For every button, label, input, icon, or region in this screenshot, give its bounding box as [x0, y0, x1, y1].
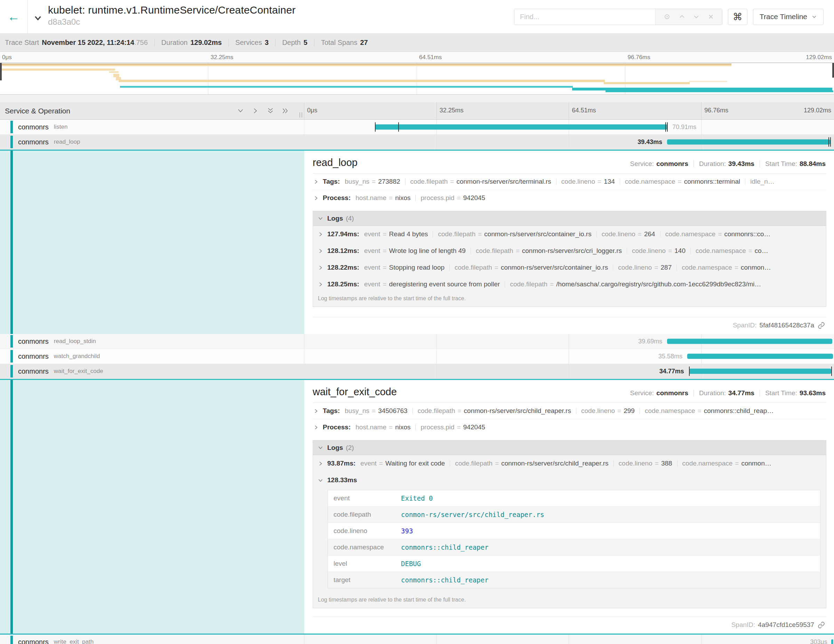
span-detail-row-wait-for-exit-code: wait_for_exit_code Service:conmonrs Dura… — [0, 379, 834, 634]
span-bar[interactable] — [667, 139, 830, 145]
keyboard-shortcuts-button[interactable]: ⌘ — [728, 9, 747, 25]
back-button[interactable]: ← — [0, 0, 28, 33]
log-entry[interactable]: 128.12ms: eventWrote log line of length … — [313, 243, 826, 259]
span-name-cell[interactable]: conmonrs listen — [0, 120, 304, 134]
prev-match-icon[interactable] — [679, 13, 685, 20]
log-entry[interactable]: 128.25ms: eventderegistering event sourc… — [313, 276, 826, 293]
find-input[interactable] — [514, 9, 655, 25]
span-duration-label: 35.58ms — [658, 353, 682, 360]
process-accordion[interactable]: Process: host.namenixos process.pid94204… — [313, 419, 826, 435]
total-spans-label: Total Spans — [321, 39, 357, 47]
span-name-cell[interactable]: conmonrs read_loop — [0, 135, 304, 149]
column-resize-grip[interactable] — [299, 112, 302, 118]
collapse-all-icon[interactable] — [267, 107, 274, 114]
clear-search-icon[interactable] — [707, 13, 714, 20]
span-boundary-tick — [667, 123, 668, 132]
span-bar[interactable] — [689, 369, 832, 374]
span-bar[interactable] — [375, 125, 668, 130]
divider — [690, 248, 691, 254]
divider — [228, 39, 229, 47]
divider — [415, 424, 415, 430]
span-detail-indent — [0, 380, 304, 634]
span-detail-meta: Service:conmonrs Duration:39.43ms Start … — [630, 160, 826, 168]
process-accordion[interactable]: Process: host.namenixos process.pid94204… — [313, 190, 826, 206]
span-name-cell[interactable]: conmonrs wait_for_exit_code — [0, 364, 304, 379]
expand-all-icon[interactable] — [282, 107, 289, 114]
span-boundary-tick — [828, 138, 829, 147]
ruler-tick: 64.51ms — [419, 54, 442, 61]
logs-accordion[interactable]: Logs (2) — [313, 440, 826, 455]
timeline-grid-header: Service & Operation 0μs 32.25ms 64.51ms … — [0, 102, 834, 120]
tags-accordion[interactable]: Tags: busy_ns34506763 code.filepathconmo… — [313, 403, 826, 419]
span-timeline-cell[interactable]: 39.43ms — [304, 135, 834, 149]
divider — [415, 195, 415, 201]
trace-view-selector[interactable]: Trace Timeline — [753, 9, 824, 25]
process-pair: process.pid942045 — [420, 424, 485, 431]
span-boundary-tick — [398, 123, 399, 132]
table-row: event Exited 0 — [328, 490, 820, 506]
log-entry-expanded[interactable]: 128.33ms — [313, 472, 826, 489]
logs-accordion[interactable]: Logs (4) — [313, 211, 826, 226]
chevron-right-icon — [314, 425, 318, 430]
span-row-read-loop-stdin[interactable]: conmonrs read_loop_stdin 39.69ms — [0, 334, 834, 349]
services-label: Services — [236, 39, 262, 47]
trace-view-label: Trace Timeline — [760, 13, 807, 21]
trace-minimap[interactable] — [0, 63, 834, 95]
link-icon[interactable] — [818, 322, 825, 329]
start-time-label: Start Time: — [765, 389, 797, 397]
trace-title-collapse-toggle[interactable] — [28, 0, 48, 33]
tag-pair: busy_ns34506763 — [345, 407, 407, 415]
span-row-listen[interactable]: conmonrs listen 70.91ms — [0, 120, 834, 135]
span-row-watch-grandchild[interactable]: conmonrs watch_grandchild 35.58ms — [0, 349, 834, 364]
minimap-drag-handle-right[interactable] — [832, 63, 834, 78]
log-entry[interactable]: 93.87ms: eventWaiting for exit code code… — [313, 455, 826, 472]
span-timeline-cell[interactable]: 34.77ms — [304, 364, 834, 379]
log-entry[interactable]: 128.22ms: eventStopping read loop code.f… — [313, 259, 826, 276]
span-row-read-loop[interactable]: conmonrs read_loop 39.43ms — [0, 135, 834, 150]
span-timeline-cell[interactable]: 70.91ms — [304, 120, 834, 134]
span-name-cell[interactable]: conmonrs read_loop_stdin — [0, 334, 304, 349]
trace-start-label: Trace Start — [5, 39, 39, 47]
back-arrow-icon: ← — [8, 10, 20, 24]
service-color-stripe — [10, 136, 13, 148]
divider — [760, 390, 760, 396]
chevron-right-icon — [314, 408, 318, 414]
collapse-one-icon[interactable] — [237, 107, 244, 114]
field-value: conmonrs::child_reaper — [398, 572, 820, 588]
tags-accordion[interactable]: Tags: busy_ns273882 code.filepathconmon-… — [313, 174, 826, 190]
span-bar[interactable] — [831, 639, 833, 644]
expand-one-icon[interactable] — [252, 107, 259, 114]
focus-match-icon[interactable] — [663, 13, 671, 21]
minimap-span-line — [120, 86, 573, 88]
minimap-span-line — [689, 81, 727, 82]
span-name-cell[interactable]: conmonrs write_exit_path — [0, 634, 304, 644]
span-bar[interactable] — [687, 354, 833, 359]
minimap-drag-handle-left[interactable] — [0, 63, 2, 80]
ruler-tick: 32.25ms — [440, 107, 464, 114]
minimap-span-line — [606, 91, 833, 92]
service-name: conmonrs — [18, 123, 49, 131]
spacer — [0, 95, 834, 102]
span-timeline-cell[interactable]: 39.69ms — [304, 334, 834, 349]
logs-footnote: Log timestamps are relative to the start… — [313, 293, 826, 306]
span-duration-label: 303μs — [810, 638, 827, 644]
link-icon[interactable] — [818, 621, 825, 629]
ruler-tick: 32.25ms — [211, 54, 233, 61]
span-name-cell[interactable]: conmonrs watch_grandchild — [0, 349, 304, 364]
next-match-icon[interactable] — [693, 13, 700, 20]
chevron-right-icon — [318, 282, 323, 287]
log-entry[interactable]: 127.94ms: eventRead 4 bytes code.filepat… — [313, 226, 826, 243]
divider — [405, 178, 406, 185]
span-row-wait-for-exit-code[interactable]: conmonrs wait_for_exit_code 34.77ms — [0, 364, 834, 379]
span-row-write-exit-path[interactable]: conmonrs write_exit_path 303μs — [0, 634, 834, 644]
service-name: conmonrs — [18, 138, 49, 146]
span-bar[interactable] — [667, 339, 832, 344]
logs-count: (4) — [346, 215, 354, 222]
trace-start-fraction: .756 — [134, 39, 148, 47]
span-timeline-cell[interactable]: 303μs — [304, 634, 834, 644]
page-title: kubelet: runtime.v1.RuntimeService/Creat… — [48, 4, 514, 16]
divider — [613, 264, 613, 271]
log-pair: code.lineno140 — [632, 247, 685, 255]
divider — [693, 160, 694, 167]
span-timeline-cell[interactable]: 35.58ms — [304, 349, 834, 364]
